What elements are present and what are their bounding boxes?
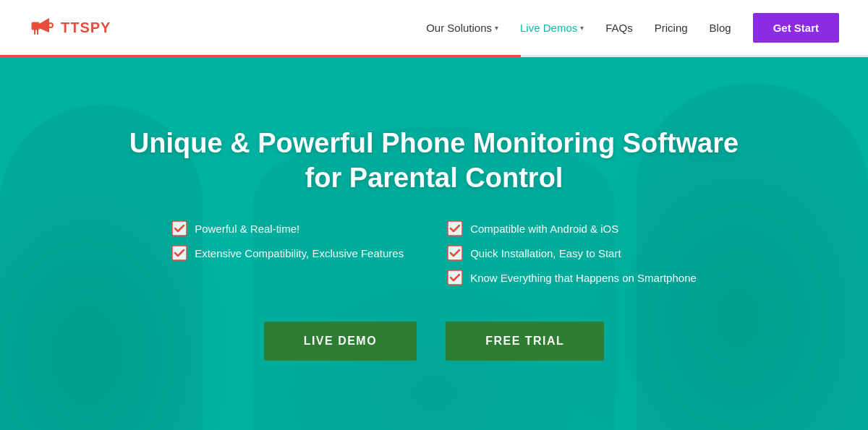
features-grid: Powerful & Real-time! Compatible with An… — [123, 220, 745, 285]
cta-buttons: LIVE DEMO FREE TRIAL — [123, 322, 745, 361]
hero-content: Unique & Powerful Phone Monitoring Softw… — [109, 112, 760, 375]
feature-text-1: Powerful & Real-time! — [195, 223, 299, 235]
header: TTSPY Our Solutions ▾ Live Demos ▾ FAQs … — [0, 0, 868, 57]
free-trial-button[interactable]: FREE TRIAL — [446, 322, 604, 361]
check-icon-2 — [447, 220, 463, 236]
hero-section: Unique & Powerful Phone Monitoring Softw… — [0, 57, 868, 430]
svg-rect-0 — [32, 22, 39, 30]
nav-solutions[interactable]: Our Solutions ▾ — [426, 22, 498, 34]
svg-point-1 — [48, 23, 53, 27]
feature-item-3: Extensive Compatibility, Exclusive Featu… — [171, 245, 404, 261]
logo-label: TTSPY — [61, 20, 111, 36]
feature-item-2: Compatible with Android & iOS — [447, 220, 697, 236]
navbar: Our Solutions ▾ Live Demos ▾ FAQs Pricin… — [426, 13, 839, 43]
nav-faqs[interactable]: FAQs — [605, 22, 633, 34]
feature-text-4: Quick Installation, Easy to Start — [470, 247, 621, 259]
feature-text-2: Compatible with Android & iOS — [470, 223, 618, 235]
nav-blog[interactable]: Blog — [710, 22, 731, 34]
check-icon-5 — [447, 270, 463, 285]
check-icon-1 — [171, 220, 187, 236]
nav-pricing[interactable]: Pricing — [655, 22, 688, 34]
logo[interactable]: TTSPY — [29, 12, 111, 43]
feature-item-4: Quick Installation, Easy to Start — [447, 245, 697, 261]
hero-title: Unique & Powerful Phone Monitoring Softw… — [123, 126, 745, 195]
live-demo-button[interactable]: LIVE DEMO — [264, 322, 417, 361]
feature-text-5: Know Everything that Happens on Smartpho… — [470, 272, 697, 284]
nav-live-demos[interactable]: Live Demos ▾ — [520, 22, 584, 34]
check-icon-3 — [171, 245, 187, 261]
logo-icon — [29, 12, 55, 43]
get-start-button[interactable]: Get Start — [753, 13, 839, 43]
solutions-chevron-icon: ▾ — [495, 24, 498, 32]
feature-item-1: Powerful & Real-time! — [171, 220, 404, 236]
live-demos-chevron-icon: ▾ — [580, 24, 584, 32]
feature-text-3: Extensive Compatibility, Exclusive Featu… — [195, 247, 404, 259]
check-icon-4 — [447, 245, 463, 261]
feature-item-5: Know Everything that Happens on Smartpho… — [447, 270, 697, 285]
